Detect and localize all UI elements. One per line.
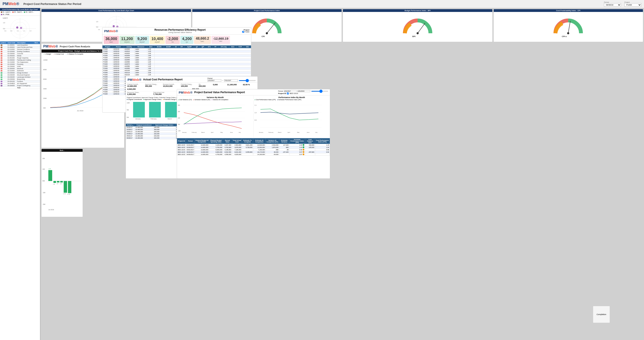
table-row: l2 [0, 68, 7, 70]
table-row [34, 66, 40, 68]
svg-text:June: June [230, 132, 233, 133]
table-row: 02-090000 [7, 59, 16, 61]
table-row: P1000 10/03/19 A10000 Labor 1,00 [103, 48, 251, 50]
col-activity: Activity [124, 46, 134, 48]
svg-text:0M: 0M [43, 107, 46, 109]
ev-project-checkbox[interactable] [287, 93, 289, 94]
cpix-gauge-svg: CPI-x [551, 16, 585, 38]
table-row: 02-030000 [7, 53, 16, 55]
table-row: P1000 10/03/19 A10080 Labor 1,40 [103, 65, 251, 67]
table-row [34, 63, 40, 66]
ev-col-spi: Schedule Performance Index (SPI) [289, 138, 305, 144]
table-row: HVAC [16, 66, 34, 68]
col-aqwp: AQWP [185, 46, 194, 48]
budget-bar-body: 2M 1M 0M -1M -2M 1.84 -.18 -.14 -.14 [42, 152, 83, 217]
table-row: Land Acquisition [16, 44, 34, 46]
ev-col-obac: Original Budget At Completion [195, 138, 209, 144]
cashflow-logo: PMWeb® [43, 45, 58, 48]
table-row [34, 61, 40, 63]
col-period: Period [113, 46, 124, 48]
svg-rect-67 [68, 181, 71, 193]
period-select[interactable]: 09/30/18 [604, 3, 621, 7]
period-from-input[interactable] [208, 79, 221, 82]
col-etcadj: ETC Adj [218, 46, 229, 48]
ev-table-scroll[interactable]: Project ID Period Original Budget At Com… [177, 138, 330, 178]
top-filters: Period 09/30/18 Project P1000 [604, 1, 642, 7]
bulls-eye-svg: 5.0 1.0 0.6 0.8 1.0 1.2 1.5 Level II [2, 17, 38, 40]
ev-filters: Period Project ID BED-10/15 [278, 90, 328, 94]
table-row: Design Architect [16, 72, 34, 74]
svg-text:1.0: 1.0 [3, 22, 5, 24]
table-row: l2 [0, 63, 7, 66]
project-label: Project [624, 1, 642, 3]
table-row: l3 [0, 74, 7, 76]
ev-range[interactable] [311, 91, 328, 92]
table-row [34, 83, 40, 85]
table-row: l2 [0, 51, 7, 53]
cost-table-scroll[interactable]: Level 1 Cost Code Description Bud... l1 … [0, 41, 40, 340]
actual-cost-period-filter: Period ~ [208, 77, 256, 82]
col-resource: Resource [134, 46, 147, 48]
col-eac: EAC [229, 46, 236, 48]
bpi-gauge-svg: BPI [400, 16, 435, 38]
svg-text:-1M: -1M [178, 130, 180, 132]
ev-col-tac: Total Actual Cost [232, 138, 242, 144]
ev-table-body: BED-10/15 01/31/2017 14,800,000 3,100,00… [177, 144, 330, 156]
variance-chart: Variance By Month ● Cost Variance (CV) ●… [177, 96, 254, 138]
table-row [34, 76, 40, 78]
col-bcwp: BCWP [164, 46, 173, 48]
ev-period-to[interactable] [298, 90, 310, 92]
svg-text:April: April [211, 132, 214, 133]
resources-title: Resources Performance Efficiency Report [120, 28, 240, 31]
resources-header: PMWeb® Resources Performance Efficiency … [102, 28, 251, 35]
table-row [34, 85, 40, 87]
table-row: 04-004B20 [7, 83, 16, 85]
svg-text:Level II: Level II [3, 17, 8, 19]
ev-period-from[interactable] [284, 90, 297, 92]
main-area: Cost Performance By Level Bull's Eye Cha… [40, 8, 644, 340]
table-row [34, 68, 40, 70]
svg-text:-1M: -1M [42, 192, 45, 194]
svg-text:1.84: 1.84 [48, 168, 51, 169]
table-row: 03-030035 [7, 76, 16, 78]
svg-text:40M: 40M [43, 88, 47, 90]
svg-text:-1.41: -1.41 [63, 193, 66, 194]
svg-point-30 [266, 32, 268, 34]
table-row: P1000 10/03/19 A10100 Labor 1,80 [103, 70, 251, 72]
ev-charts-row: Variance By Month ● Cost Variance (CV) ●… [177, 96, 330, 138]
kpi-aqwp: 10,400 AQWP [150, 36, 165, 44]
kpi-bqwp: 9,200 BQWP [135, 36, 149, 44]
table-row: l2 [0, 61, 7, 63]
svg-text:March: March [168, 118, 172, 120]
table-row: 02-230000 [7, 66, 16, 68]
period-range-slider[interactable] [239, 80, 256, 81]
performance-legend: ● Cost Performance Index (CPI) ● Schedul… [254, 99, 329, 100]
period-to-input[interactable] [224, 79, 238, 82]
table-row: P1000 10/03/19 A10020 Labor 1,40 [103, 53, 251, 55]
ev-col-cpi: Cost Performance Index (CPS) [315, 138, 330, 144]
resources-logo: PMWeb® [104, 29, 118, 33]
resources-project-checkbox[interactable] [242, 31, 244, 33]
left-panel: Cost Performance By Level Bull's Eye Cha… [0, 8, 40, 340]
col-bac: BAC [147, 46, 154, 48]
svg-text:0.6: 0.6 [98, 29, 100, 30]
cpi-header: Project Cost Performance Index [192, 9, 342, 12]
table-row: P1000 10/03/19 A10010 Labor 1,20 [103, 50, 251, 53]
cpi-gauge-svg: CPI [250, 16, 284, 38]
table-row: P1000 10/03/19 A10090 Labor 1,60 [103, 67, 251, 70]
top-title: Project Cost Performance Status Per Peri… [24, 2, 600, 6]
table-row: 02-061000 [7, 57, 16, 59]
col-tcpi: TCPI [236, 46, 244, 48]
col-vac: VAC [244, 46, 251, 48]
table-row [34, 44, 40, 46]
project-select[interactable]: P1000 [624, 3, 642, 7]
svg-text:0M: 0M [127, 117, 129, 118]
svg-text:0.8: 0.8 [10, 30, 12, 32]
table-row [34, 80, 40, 83]
svg-text:1.1: 1.1 [254, 104, 256, 106]
svg-text:CPI: CPI [262, 35, 265, 38]
svg-text:5M: 5M [127, 109, 129, 111]
variance-chart-svg: 3M 2M 1M 0M -1M January February [178, 101, 246, 134]
svg-rect-61 [57, 181, 60, 182]
table-row: l2 [0, 55, 7, 57]
